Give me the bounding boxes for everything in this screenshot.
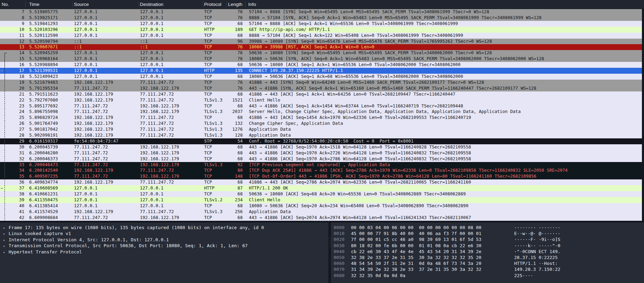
column-header-destination[interactable]: Destination	[139, 1, 203, 7]
packet-row[interactable]: 285.902098191192.168.122.17977.111.247.7…	[0, 132, 642, 138]
packet-length: 76	[227, 50, 245, 56]
packet-row[interactable]: 406.411385414127.0.0.1127.0.0.1TCP681808…	[0, 203, 642, 209]
packet-info: Application Data	[245, 132, 642, 138]
packet-row[interactable]: 195.521679483192.168.122.17977.111.247.7…	[0, 80, 642, 86]
packet-row[interactable]: 316.20004628077.111.247.72192.168.122.17…	[0, 150, 642, 156]
packet-row[interactable]: 245.89675509877.111.247.72192.168.122.17…	[0, 109, 642, 115]
packet-source: 127.0.0.1	[73, 68, 139, 74]
column-header-no[interactable]: No.	[0, 1, 26, 7]
packet-info: 8888 → 57104 [SYN, ACK] Seq=0 Ack=1 Win=…	[245, 15, 642, 21]
packet-list-scrollbar[interactable]	[642, 9, 644, 221]
column-header-length[interactable]: Length	[227, 1, 245, 7]
detail-tree-row[interactable]: ▸Transmission Control Protocol, Src Port…	[0, 243, 328, 249]
packet-number: 8	[9, 15, 26, 21]
packet-row[interactable]: 296.016159317fe:54:00:b4:73:47STP54Conf.…	[0, 138, 642, 144]
expand-arrow-icon[interactable]: ▸	[3, 238, 6, 242]
packet-row[interactable]: 205.79139533477.111.247.72192.168.122.17…	[0, 86, 642, 91]
packet-time: 5.896829724	[26, 115, 73, 121]
packet-length: 76	[227, 56, 245, 62]
packet-row[interactable]: 376.410608569127.0.0.1127.0.0.1HTTP87HTT…	[0, 185, 642, 191]
packet-row[interactable]: 386.410661231127.0.0.1127.0.0.1TCP685063…	[0, 191, 642, 197]
packet-number: 14	[9, 50, 26, 56]
packet-time: 6.411350475	[26, 197, 73, 203]
packet-time: 5.520103296	[26, 27, 73, 33]
detail-tree-row[interactable]: ▸Frame 17: 135 bytes on wire (1080 bits)…	[0, 225, 328, 231]
packet-row[interactable]: 326.20004637377.111.247.72192.168.122.17…	[0, 156, 642, 162]
packet-row[interactable]: 105.520103296127.0.0.1127.0.0.1HTTP189GE…	[0, 27, 642, 33]
packet-source: fe:54:00:b4:73:47	[73, 138, 139, 144]
hex-row[interactable]: 001045 00 00 77 91 8b 40 00 40 06 aa f3 …	[331, 231, 644, 236]
hex-row[interactable]: 005032 38 2e 33 37 2e 31 35 30 3a 32 32 …	[331, 254, 644, 260]
column-header-info[interactable]: Info	[245, 1, 644, 7]
packet-length: 68	[227, 74, 245, 80]
packet-row[interactable]: 275.901817042192.168.122.17977.111.247.7…	[0, 127, 642, 132]
packet-row[interactable]: 356.40950723577.111.247.72192.168.122.17…	[0, 173, 642, 179]
packet-row[interactable]: 75.519805775127.0.0.1127.0.0.1TCP7657104…	[0, 9, 642, 15]
conversation-rail-icon	[0, 197, 9, 203]
conversation-rail-icon	[0, 74, 9, 80]
packet-row[interactable]: 396.411350475127.0.0.1127.0.0.1TLSv1.223…	[0, 197, 642, 203]
hex-offset: 0020	[334, 236, 344, 242]
expand-arrow-icon[interactable]: ▸	[3, 244, 6, 248]
hex-row[interactable]: 006048 54 54 50 2f 31 2e 31 0d 0a 48 6f …	[331, 260, 644, 266]
packet-row[interactable]: 366.409634774192.168.122.17977.111.247.7…	[0, 179, 642, 185]
packet-source: 77.111.247.72	[73, 144, 139, 150]
conversation-rail-icon	[0, 103, 9, 109]
packet-row[interactable]: 225.792707080192.168.122.17977.111.247.7…	[0, 97, 642, 103]
packet-length: 68	[227, 33, 245, 39]
packet-row[interactable]: 115.520112590127.0.0.1127.0.0.1TCP688888…	[0, 33, 642, 39]
column-header-protocol[interactable]: Protocol	[203, 1, 227, 7]
column-header-time[interactable]: Time	[26, 1, 73, 7]
detail-tree-row[interactable]: ▸Linux cooked capture v1	[0, 231, 328, 236]
packet-row[interactable]: 85.519825171127.0.0.1127.0.0.1TCP768888 …	[0, 15, 642, 21]
packet-source: 127.0.0.1	[73, 33, 139, 39]
vertical-splitter[interactable]: ····	[328, 223, 331, 283]
detail-tree-row[interactable]: ▸Internet Protocol Version 4, Src: 127.0…	[0, 237, 328, 243]
packet-row[interactable]: 306.20004573977.111.247.72192.168.122.17…	[0, 144, 642, 150]
packet-info: 18080 → 50636 [ACK] Seq=1 Ack=68 Win=655…	[245, 74, 642, 80]
packet-row[interactable]: 215.791511623192.168.122.17977.111.247.7…	[0, 91, 642, 97]
packet-row[interactable]: 265.901764749192.168.122.17977.111.247.7…	[0, 121, 642, 127]
hex-row[interactable]: 0040cb 22 e6 30 43 4f 4e 4e 45 43 54 20 …	[331, 249, 644, 254]
packet-row[interactable]: 165.520988894127.0.0.1127.0.0.1TCP685063…	[0, 62, 642, 68]
packet-row[interactable]: 235.89517769277.111.247.72192.168.122.17…	[0, 103, 642, 109]
packet-length: 76	[227, 44, 245, 50]
packet-row[interactable]: 336.20004647377.111.247.72192.168.122.17…	[0, 162, 642, 168]
packet-row[interactable]: 95.519841293127.0.0.1127.0.0.1TCP6857104…	[0, 21, 642, 27]
packet-row[interactable]: 255.896829724192.168.122.17977.111.247.7…	[0, 115, 642, 121]
hex-row[interactable]: 007031 34 39 2e 32 38 2e 33 37 2e 31 35 …	[331, 266, 644, 272]
packet-row[interactable]: 135.520607671::1::1TCP7618080 → 39986 [R…	[0, 44, 642, 50]
packet-source: 192.168.122.179	[73, 127, 139, 132]
packet-length: 2037	[227, 109, 245, 115]
packet-destination: 127.0.0.1	[139, 185, 203, 191]
packet-protocol: HTTP	[203, 27, 227, 33]
packet-info: 18080 → 39986 [RST, ACK] Seq=1 Ack=1 Win…	[245, 44, 642, 50]
hex-row[interactable]: 008032 32 35 0d 0a 0d 0a225····	[331, 273, 644, 278]
conversation-rail-icon	[0, 97, 9, 103]
packet-row[interactable]: 155.520968164127.0.0.1127.0.0.1TCP761808…	[0, 56, 642, 62]
detail-tree-row[interactable]: ▸Hypertext Transfer Protocol	[0, 249, 328, 255]
packet-row[interactable]: 346.200142540192.168.122.17977.111.247.7…	[0, 168, 642, 173]
expand-arrow-icon[interactable]: ▸	[3, 250, 6, 254]
conversation-rail-icon	[0, 9, 9, 15]
packet-row[interactable]: 175.521399531127.0.0.1127.0.0.1HTTP135CO…	[0, 68, 642, 74]
hex-row[interactable]: 003080 18 02 00 fe 6b 00 00 01 01 08 0a …	[331, 243, 644, 249]
packet-length: 234	[227, 197, 245, 203]
hex-row[interactable]: 000000 00 03 04 00 06 00 00 00 00 00 00 …	[331, 225, 644, 231]
packet-row[interactable]: 416.411574529192.168.122.17977.111.247.7…	[0, 209, 642, 215]
column-header-source[interactable]: Source	[73, 1, 139, 7]
packet-list-header: No. Time Source Destination Protocol Len…	[0, 0, 644, 9]
packet-row[interactable]: 125.520598794::1::1TCP9639986 → 18080 [S…	[0, 39, 642, 45]
hex-row[interactable]: 00207f 00 00 01 c5 cc 46 a0 98 39 69 13 …	[331, 236, 644, 242]
expand-arrow-icon[interactable]: ▸	[3, 226, 6, 230]
packet-protocol: TCP	[203, 156, 227, 162]
hex-ascii: ·····k·· ·····"·0	[514, 243, 560, 249]
conversation-rail-icon	[0, 127, 9, 132]
packet-row[interactable]: 145.520945259127.0.0.1127.0.0.1TCP765063…	[0, 50, 642, 56]
packet-number: 18	[9, 74, 26, 80]
expand-arrow-icon[interactable]: ▸	[3, 232, 6, 236]
packet-length: 68	[227, 21, 245, 27]
packet-protocol: TLSv1.3	[203, 127, 227, 132]
packet-row[interactable]: 185.521409423127.0.0.1127.0.0.1TCP681808…	[0, 74, 642, 80]
packet-source: 127.0.0.1	[73, 197, 139, 203]
